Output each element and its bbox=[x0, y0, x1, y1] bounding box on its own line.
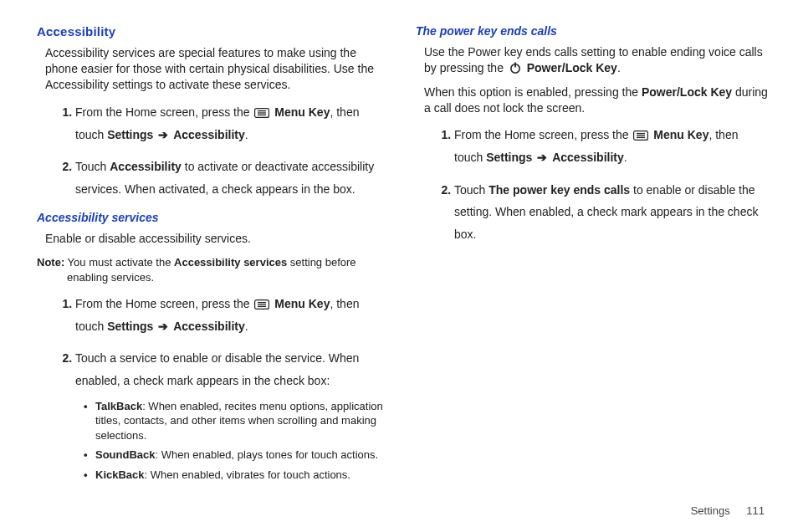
accessibility-label: Accessibility bbox=[173, 128, 245, 141]
settings-label: Settings bbox=[107, 128, 153, 141]
menu-key-icon bbox=[633, 130, 648, 141]
text: : When enabled, plays tones for touch ac… bbox=[156, 448, 379, 461]
power-intro: Use the Power key ends calls setting to … bbox=[424, 44, 768, 76]
step-1: From the Home screen, press the Menu Key… bbox=[454, 124, 768, 168]
text: From the Home screen, press the bbox=[454, 128, 632, 141]
text: : When enabled, vibrates for touch actio… bbox=[145, 468, 350, 481]
power-key-label: Power/Lock Key bbox=[527, 61, 617, 74]
text: You must activate the bbox=[64, 256, 174, 269]
kickback-label: KickBack bbox=[95, 468, 145, 481]
period: . bbox=[245, 320, 248, 333]
menu-key-icon bbox=[254, 299, 269, 309]
note-bold: Accessibility services bbox=[174, 256, 287, 269]
list-item: SoundBack: When enabled, plays tones for… bbox=[84, 448, 389, 463]
svg-rect-9 bbox=[514, 62, 516, 67]
power-steps: From the Home screen, press the Menu Key… bbox=[424, 124, 768, 245]
note-text: Note: You must activate the Accessibilit… bbox=[37, 255, 389, 284]
step-1: From the Home screen, press the Menu Key… bbox=[75, 101, 389, 146]
heading-power-key-ends-calls: The power key ends calls bbox=[416, 23, 768, 39]
document-page: Accessibility Accessibility services are… bbox=[0, 0, 798, 468]
left-column: Accessibility Accessibility services are… bbox=[37, 23, 389, 452]
accessibility-steps-1: From the Home screen, press the Menu Key… bbox=[45, 101, 389, 200]
accessibility-steps-2: From the Home screen, press the Menu Key… bbox=[45, 293, 389, 482]
step-2: Touch Accessibility to activate or deact… bbox=[75, 156, 389, 200]
text: . bbox=[617, 61, 621, 74]
arrow-icon: ➔ bbox=[158, 315, 168, 338]
list-item: TalkBack: When enabled, recites menu opt… bbox=[84, 399, 389, 443]
menu-key-icon bbox=[254, 108, 269, 118]
power-ends-calls-bold: The power key ends calls bbox=[489, 183, 630, 197]
menu-key-label: Menu Key bbox=[274, 105, 330, 119]
text: From the Home screen, press the bbox=[75, 105, 253, 119]
settings-label: Settings bbox=[486, 151, 532, 164]
text: Touch bbox=[75, 160, 110, 173]
heading-accessibility: Accessibility bbox=[37, 23, 389, 40]
power-note: When this option is enabled, pressing th… bbox=[424, 84, 768, 116]
accessibility-label: Accessibility bbox=[552, 151, 624, 164]
page-footer: Settings 111 bbox=[691, 504, 765, 519]
service-list: TalkBack: When enabled, recites menu opt… bbox=[75, 399, 389, 483]
list-item: KickBack: When enabled, vibrates for tou… bbox=[84, 468, 389, 483]
settings-label: Settings bbox=[107, 320, 153, 333]
step-2: Touch a service to enable or disable the… bbox=[75, 347, 389, 482]
right-column: The power key ends calls Use the Power k… bbox=[416, 23, 768, 452]
arrow-icon: ➔ bbox=[537, 146, 547, 169]
text: Touch a service to enable or disable the… bbox=[75, 351, 359, 387]
services-intro: Enable or disable accessibility services… bbox=[45, 231, 389, 247]
text: Touch bbox=[454, 183, 489, 197]
soundback-label: SoundBack bbox=[95, 448, 156, 461]
talkback-label: TalkBack bbox=[95, 400, 142, 412]
step-2: Touch The power key ends calls to enable… bbox=[454, 179, 768, 246]
period: . bbox=[624, 151, 627, 164]
menu-key-label: Menu Key bbox=[274, 297, 330, 310]
accessibility-bold: Accessibility bbox=[110, 160, 182, 173]
period: . bbox=[245, 128, 248, 141]
text: From the Home screen, press the bbox=[75, 297, 253, 310]
accessibility-intro: Accessibility services are special featu… bbox=[45, 45, 389, 93]
power-key-label: Power/Lock Key bbox=[642, 85, 732, 99]
text: When this option is enabled, pressing th… bbox=[424, 85, 642, 99]
page-number: 111 bbox=[746, 504, 765, 517]
step-1: From the Home screen, press the Menu Key… bbox=[75, 293, 389, 337]
footer-label: Settings bbox=[691, 504, 730, 517]
accessibility-label: Accessibility bbox=[173, 320, 245, 333]
power-icon bbox=[509, 61, 522, 74]
arrow-icon: ➔ bbox=[158, 124, 168, 146]
menu-key-label: Menu Key bbox=[653, 128, 708, 141]
note-label: Note: bbox=[37, 256, 64, 269]
heading-accessibility-services: Accessibility services bbox=[37, 210, 389, 226]
